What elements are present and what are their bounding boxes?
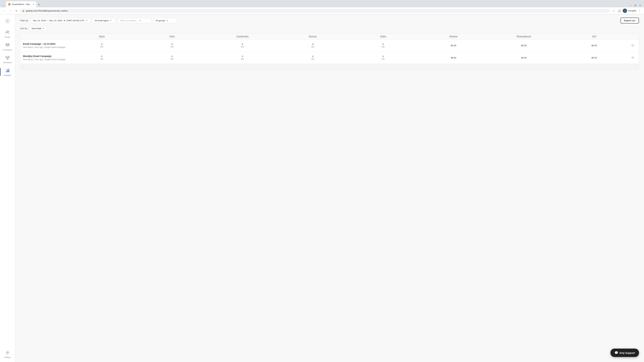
lock-icon: 🔒	[22, 9, 25, 12]
clicks-cell-2: 0 0%	[137, 55, 208, 60]
revenue-per-person-col-header[interactable]: Revenue/person	[489, 35, 559, 37]
browser-chrome: ⌄ D Email Metrics - Drip × + ─ ⧉ ✕ ← → ↻	[0, 0, 644, 14]
incognito-label: Incognito	[628, 9, 636, 12]
back-btn[interactable]: ←	[2, 8, 7, 13]
email-filter-chevron-icon: ▼	[139, 19, 141, 21]
table-row: Email Campaign - 12-13-2023 Sent about 1…	[20, 39, 639, 52]
groups-filter[interactable]: All groups ▼	[153, 18, 176, 23]
incognito-icon[interactable]: 👤	[623, 8, 627, 13]
sort-row: Sort by: Send date ▼	[20, 26, 639, 31]
revenue-col-header[interactable]: Revenue	[418, 35, 489, 37]
table-row: Moodjoy Email Campaign Sent about 1 hour…	[20, 52, 639, 64]
sidebar-item-workflows[interactable]: Workflows	[1, 53, 14, 65]
sidebar-workflows-wrapper: Workflows	[0, 53, 15, 65]
row-view-btn-1[interactable]	[630, 44, 636, 47]
active-tab[interactable]: D Email Metrics - Drip ×	[6, 1, 36, 7]
scroll-left-arrow[interactable]: ←	[22, 65, 26, 69]
unsubscribes-col-header[interactable]: Unsubscribes	[207, 35, 278, 37]
people-icon	[4, 29, 10, 35]
svg-rect-9	[7, 70, 8, 72]
drip-logo-icon: ☺	[4, 18, 10, 24]
minimize-btn-left[interactable]: ⌄	[1, 3, 5, 7]
date-range-picker[interactable]: Nov 13, 2023 — Dec 13, 2023 (GMT+00:00) …	[30, 18, 90, 23]
svg-point-13	[632, 57, 634, 58]
drip-support-label: Drip Support	[620, 352, 635, 354]
clicks-col-header[interactable]: Clicks	[137, 35, 208, 37]
clicks-value-2: 0	[172, 55, 173, 58]
filter-row: Filter by: Nov 13, 2023 — Dec 13, 2023 (…	[20, 17, 639, 23]
email-type-text: All email types	[94, 19, 109, 22]
orders-value-1: 0	[382, 43, 384, 45]
campaign-name-1[interactable]: Email Campaign - 12-13-2023	[23, 42, 66, 45]
clicks-pct-2: 0%	[171, 58, 174, 60]
bounces-col-header[interactable]: Bounces	[278, 35, 348, 37]
clicks-pct-1: 0%	[171, 46, 174, 48]
email-type-filter[interactable]: All email types ▼	[92, 18, 116, 23]
table-header: Opens Clicks Unsubscribes Bounces Orders…	[20, 33, 639, 39]
restore-window-btn[interactable]: ⧉	[633, 3, 637, 7]
sidebar-item-analytics[interactable]: Analytics	[1, 66, 14, 78]
sidebar-campaigns-wrapper: Campaigns	[0, 40, 15, 52]
sort-by-label: Sort by:	[20, 27, 28, 30]
sidebar-item-settings[interactable]: Settings	[1, 348, 14, 360]
groups-chevron-icon: ▼	[166, 19, 168, 21]
clicks-cell-1: 0 0%	[137, 43, 208, 48]
unsubscribes-pct-1: 0%	[241, 46, 244, 48]
email-type-chevron-icon: ▼	[110, 19, 112, 21]
close-window-btn[interactable]: ✕	[638, 3, 642, 7]
aov-value-2: $0.00	[592, 56, 597, 59]
sidebar-logo[interactable]: ☺	[1, 16, 14, 26]
email-filter[interactable]: Filter by email(s)... ▼	[118, 18, 151, 23]
revenue-cell-1: $0.00	[418, 44, 489, 47]
revenue-person-value-1: $0.00	[521, 44, 526, 47]
workflows-icon	[4, 55, 10, 61]
menu-icon[interactable]: ⋮	[637, 8, 642, 13]
bookmark-icon[interactable]: ☆	[611, 8, 616, 13]
window-controls: ─ ⧉ ✕	[628, 3, 644, 7]
address-bar[interactable]: 🔒 getdrip.com/7641396/reports/email_metr…	[20, 9, 610, 13]
opens-cell-1: 0 0%	[66, 43, 137, 48]
email-filter-text: Filter by email(s)...	[120, 19, 138, 22]
refresh-btn[interactable]: ↻	[14, 8, 19, 13]
revenue-cell-2: $0.00	[418, 56, 489, 59]
svg-point-3	[8, 31, 9, 32]
revenue-person-cell-1: $0.00	[489, 44, 559, 47]
unsubscribes-cell-2: 0 0%	[207, 55, 278, 60]
row-view-btn-2[interactable]	[630, 56, 636, 59]
profile-switcher-icon[interactable]: ⬜	[617, 8, 622, 13]
filter-by-label: Filter by:	[20, 19, 28, 22]
sidebar-item-campaigns[interactable]: Campaigns	[1, 40, 14, 52]
scroll-right-arrow[interactable]: →	[634, 65, 637, 69]
opens-pct-2: 0%	[100, 58, 103, 60]
sidebar-people-label: People	[4, 36, 10, 38]
forward-btn[interactable]: →	[8, 8, 13, 13]
campaign-meta-2: Sent about 1 hour ago | Single Email Cam…	[23, 58, 66, 61]
tab-title: Email Metrics - Drip	[12, 3, 32, 5]
aov-col-header[interactable]: AOV	[559, 35, 630, 37]
sidebar-item-people[interactable]: People	[1, 28, 14, 40]
sidebar: ☺ People	[0, 14, 15, 362]
aov-value-1: $0.00	[592, 44, 597, 47]
opens-pct-1: 0%	[100, 46, 103, 48]
scroll-hint-bar: ← →	[20, 64, 639, 70]
campaign-name-2[interactable]: Moodjoy Email Campaign	[23, 55, 66, 58]
new-tab-btn[interactable]: +	[36, 2, 42, 7]
export-csv-button[interactable]: Export csv	[620, 17, 639, 23]
opens-cell-2: 0 0%	[66, 55, 137, 60]
sort-select[interactable]: Send date ▼	[29, 26, 46, 31]
sidebar-people-wrapper: People	[0, 28, 15, 40]
timezone-text: (GMT+00:00) UTC	[66, 19, 84, 22]
drip-support-button[interactable]: 💬 Drip Support	[610, 349, 639, 357]
opens-col-header[interactable]: Opens	[66, 35, 137, 37]
campaigns-icon	[4, 42, 10, 48]
clicks-value-1: 0	[172, 43, 173, 45]
revenue-value-1: $0.00	[451, 44, 456, 47]
sidebar-settings-label: Settings	[4, 356, 11, 358]
revenue-value-2: $0.00	[451, 56, 456, 59]
aov-cell-1: $0.00	[559, 44, 630, 47]
orders-col-header[interactable]: Orders	[348, 35, 418, 37]
analytics-icon	[4, 67, 10, 73]
minimize-window-btn[interactable]: ─	[628, 3, 632, 7]
tab-close-btn[interactable]: ×	[33, 3, 34, 5]
svg-point-11	[7, 352, 8, 353]
